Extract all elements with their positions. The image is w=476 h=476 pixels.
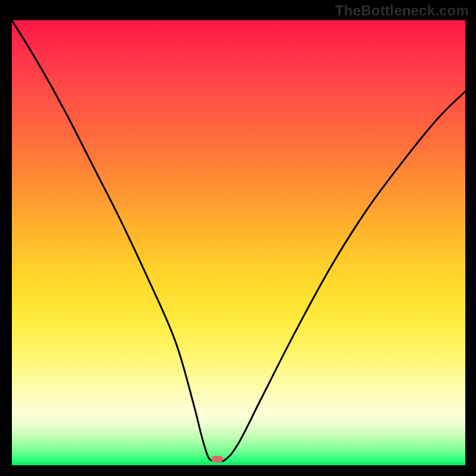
watermark-text: TheBottleneck.com: [335, 2, 469, 19]
plot-area: [12, 20, 465, 465]
bottleneck-curve: [12, 20, 465, 465]
chart-frame: TheBottleneck.com: [0, 0, 476, 476]
minimum-marker: [211, 456, 223, 462]
